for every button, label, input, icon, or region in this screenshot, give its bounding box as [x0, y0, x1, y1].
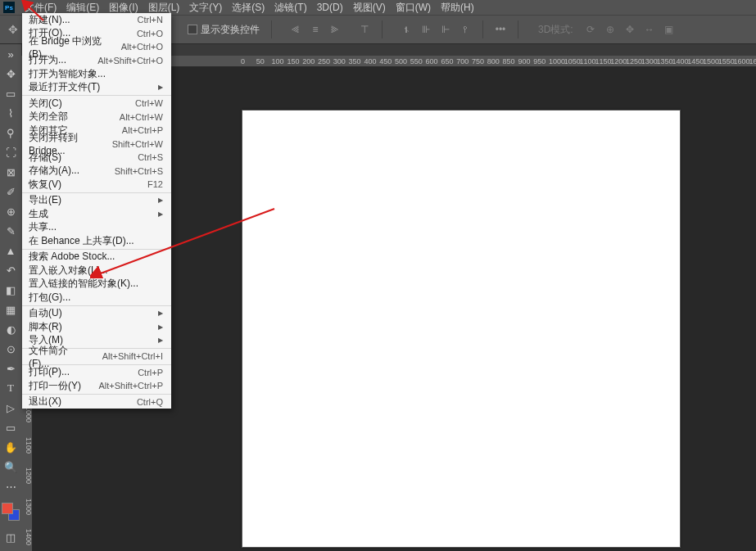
menu-select[interactable]: 选择(S)	[227, 0, 269, 16]
file-menu-item[interactable]: 在 Behance 上共享(D)...	[22, 234, 171, 248]
brush-tool[interactable]: ✎	[2, 223, 19, 239]
file-menu-item[interactable]: 生成	[22, 207, 171, 221]
menu-item-label: 搜索 Adobe Stock...	[29, 250, 115, 264]
distribute-3-icon[interactable]: ⊩	[437, 20, 455, 38]
menu-view[interactable]: 视图(V)	[348, 0, 391, 16]
menu-item-shortcut: Ctrl+N	[138, 15, 163, 25]
pen-tool[interactable]: ✒	[2, 360, 19, 377]
file-menu-item[interactable]: 自动(U)	[22, 307, 171, 321]
zoom-tool[interactable]: 🔍	[2, 458, 19, 475]
ruler-tick: 1100	[21, 437, 33, 454]
separator	[518, 20, 518, 38]
3d-pan-icon[interactable]: ✥	[621, 20, 639, 38]
menu-item-shortcut: Ctrl+W	[135, 98, 163, 108]
menu-item-shortcut: Alt+Shift+Ctrl+P	[98, 381, 163, 391]
frame-tool[interactable]: ⊠	[2, 164, 19, 180]
handles-icon[interactable]: »	[2, 46, 19, 62]
file-dropdown-menu: 新建(N)...Ctrl+N打开(O)...Ctrl+O在 Bridge 中浏览…	[22, 13, 171, 409]
file-menu-item[interactable]: 新建(N)...Ctrl+N	[22, 13, 171, 27]
more-options-icon[interactable]: •••	[491, 20, 509, 38]
move-tool-icon[interactable]: ✥	[3, 20, 23, 39]
quick-select-tool[interactable]: ⚲	[2, 124, 19, 141]
ruler-tick: 750	[472, 56, 484, 67]
type-tool[interactable]: T	[2, 380, 19, 396]
file-menu-item[interactable]: 打印(P)...Ctrl+P	[22, 366, 171, 380]
lasso-tool[interactable]: ⌇	[2, 105, 19, 121]
file-menu-item[interactable]: 关闭(C)Ctrl+W	[22, 97, 171, 111]
menu-item-shortcut: Ctrl+O	[137, 29, 163, 38]
3d-orbit-icon[interactable]: ⟳	[582, 20, 600, 38]
menu-item-label: 自动(U)	[29, 306, 62, 320]
distribute-4-icon[interactable]: ⫯	[456, 20, 474, 38]
file-menu-item[interactable]: 置入链接的智能对象(K)...	[22, 278, 171, 291]
marquee-tool[interactable]: ▭	[2, 85, 19, 102]
separator	[271, 20, 272, 38]
ruler-tick: 50	[256, 56, 265, 67]
separator	[482, 20, 483, 38]
file-menu-item[interactable]: 搜索 Adobe Stock...	[22, 251, 171, 264]
auto-select-checkbox[interactable]: 显示变换控件	[188, 23, 260, 37]
align-top-icon[interactable]: ⊤	[355, 20, 373, 38]
file-menu-item[interactable]: 文件简介(F)...Alt+Shift+Ctrl+I	[22, 350, 171, 364]
file-menu-item[interactable]: 关闭全部Alt+Ctrl+W	[22, 111, 171, 124]
ruler-tick: 1400	[672, 56, 688, 67]
ruler-tick: 1400	[21, 529, 33, 545]
canvas-document[interactable]	[242, 110, 681, 548]
distribute-h-icon[interactable]: ⊪	[417, 20, 435, 38]
eraser-tool[interactable]: ◧	[2, 282, 19, 298]
align-right-icon[interactable]: ⫸	[326, 20, 344, 38]
menu-item-label: 最近打开文件(T)	[29, 80, 100, 94]
path-select-tool[interactable]: ▷	[2, 400, 19, 416]
3d-roll-icon[interactable]: ⊕	[601, 20, 619, 38]
menu-type[interactable]: 文字(Y)	[184, 0, 227, 16]
file-menu-item[interactable]: 打开为智能对象...	[22, 67, 171, 81]
hand-tool[interactable]: ✋	[2, 439, 19, 455]
file-menu-item[interactable]: 在 Bridge 中浏览(B)...Alt+Ctrl+O	[22, 40, 171, 54]
align-left-icon[interactable]: ⫷	[287, 20, 305, 38]
file-menu-item[interactable]: 脚本(R)	[22, 320, 171, 334]
fg-color-swatch[interactable]	[2, 503, 13, 514]
stamp-tool[interactable]: ▲	[2, 242, 19, 259]
file-menu-item[interactable]: 最近打开文件(T)	[22, 81, 171, 95]
menu-item-label: 打开为智能对象...	[29, 67, 106, 81]
align-center-h-icon[interactable]: ≡	[306, 20, 324, 38]
file-menu-item[interactable]: 共享...	[22, 221, 171, 235]
menu-filter[interactable]: 滤镜(T)	[269, 0, 311, 16]
menu-item-label: 存储(S)	[29, 151, 61, 165]
3d-camera-icon[interactable]: ▣	[660, 20, 678, 38]
ruler-tick: 1300	[641, 56, 658, 67]
file-menu-item[interactable]: 存储(S)Ctrl+S	[22, 151, 171, 165]
ruler-tick: 800	[487, 56, 500, 67]
file-menu-item[interactable]: 打印一份(Y)Alt+Shift+Ctrl+P	[22, 379, 171, 393]
distribute-v-icon[interactable]: ⫮	[397, 20, 415, 38]
menu-window[interactable]: 窗口(W)	[391, 0, 436, 16]
file-menu-item[interactable]: 退出(X)Ctrl+Q	[22, 395, 171, 409]
file-menu-item[interactable]: 置入嵌入对象(L)...	[22, 264, 171, 278]
file-menu-item[interactable]: 恢复(V)F12	[22, 178, 171, 192]
gradient-tool[interactable]: ▦	[2, 301, 19, 318]
file-menu-item[interactable]: 关闭并转到 Bridge...Shift+Ctrl+W	[22, 138, 171, 151]
ruler-tick: 1650	[749, 56, 756, 67]
file-menu-item[interactable]: 导出(E)	[22, 194, 171, 208]
color-swatches[interactable]	[2, 503, 20, 521]
menu-item-label: 生成	[29, 207, 48, 221]
3d-slide-icon[interactable]: ↔	[641, 20, 659, 38]
quickmask-tool[interactable]: ◫	[2, 529, 19, 545]
menu-3d[interactable]: 3D(D)	[312, 0, 348, 15]
shape-tool[interactable]: ▭	[2, 419, 19, 436]
ruler-tick: 650	[441, 56, 453, 67]
ps-logo-icon: Ps	[3, 2, 15, 13]
crop-tool[interactable]: ⛶	[2, 144, 19, 160]
file-menu-item[interactable]: 存储为(A)...Shift+Ctrl+S	[22, 165, 171, 178]
dodge-tool[interactable]: ⊙	[2, 341, 19, 357]
menu-item-label: 脚本(R)	[29, 320, 62, 334]
move-tool[interactable]: ✥	[2, 65, 19, 82]
file-menu-item[interactable]: 打开为...Alt+Shift+Ctrl+O	[22, 54, 171, 68]
eyedropper-tool[interactable]: ✐	[2, 183, 19, 200]
history-brush-tool[interactable]: ↶	[2, 262, 19, 278]
file-menu-item[interactable]: 打包(G)...	[22, 291, 171, 305]
healing-tool[interactable]: ⊕	[2, 203, 19, 219]
edit-toolbar-icon[interactable]: ⋯	[2, 478, 19, 495]
blur-tool[interactable]: ◐	[2, 321, 19, 337]
menu-help[interactable]: 帮助(H)	[436, 0, 479, 16]
